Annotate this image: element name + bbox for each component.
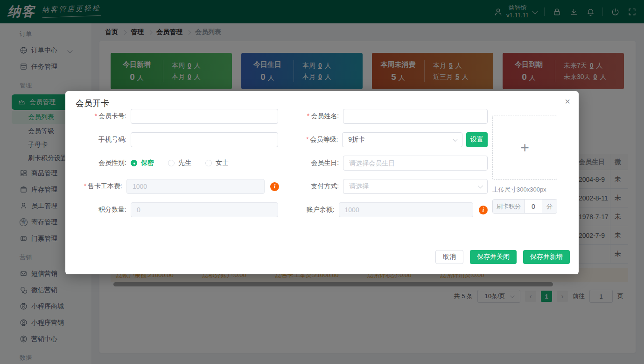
plus-icon: + [520, 140, 529, 155]
swipe-points-unit: 分 [542, 200, 557, 213]
member-level-select[interactable]: 9折卡 [342, 132, 462, 147]
save-and-close-button[interactable]: 保存并关闭 [470, 250, 517, 264]
upload-size-hint: 上传尺寸300x300px [492, 186, 557, 194]
radio-label: 先生 [178, 159, 191, 167]
field-label: 积分数量: [98, 206, 126, 213]
field-label: 手机号码: [98, 136, 126, 143]
field-label: 会员生日: [311, 159, 339, 166]
required-mark: * [95, 112, 97, 120]
member-card-modal: 会员开卡 × *会员卡号: *会员姓名: 手机号码: *会 [65, 91, 579, 274]
field-label: 会员卡号: [98, 112, 126, 120]
field-card-fee: *售卡工本费: i [65, 179, 279, 194]
field-label: 会员性别: [98, 159, 126, 166]
gender-radio-secret[interactable]: 保密 [131, 159, 154, 167]
field-label: 售卡工本费: [88, 182, 122, 190]
field-payment: 支付方式: 请选择 [279, 179, 488, 194]
birthday-input[interactable] [343, 156, 488, 171]
field-phone: 手机号码: [65, 132, 279, 147]
radio-icon [168, 160, 175, 166]
field-label: 账户余额: [307, 206, 335, 213]
radio-icon [131, 160, 137, 166]
field-label: 会员姓名: [311, 112, 339, 120]
swipe-points-value[interactable]: 0 [525, 200, 542, 213]
cancel-button[interactable]: 取消 [435, 250, 463, 264]
swipe-points-group: 刷卡积分 0 分 [492, 199, 557, 214]
info-icon[interactable]: i [270, 182, 279, 191]
modal-title: 会员开卡 [76, 98, 109, 109]
field-name: *会员姓名: [279, 109, 488, 124]
gender-radio-female[interactable]: 女士 [205, 159, 229, 167]
close-icon[interactable]: × [565, 97, 570, 106]
swipe-points-label: 刷卡积分 [493, 200, 525, 213]
radio-icon [205, 160, 212, 166]
avatar-upload-section: + 上传尺寸300x300px 刷卡积分 0 分 [492, 115, 557, 214]
field-gender: 会员性别: 保密 先生 女士 [65, 156, 279, 171]
page: 纳客 纳客管店更轻松 益智馆 v1.11.11 [0, 0, 644, 364]
chevron-down-icon [478, 183, 483, 188]
radio-label: 女士 [216, 159, 229, 167]
level-setting-button[interactable]: 设置 [466, 132, 488, 147]
card-fee-input [126, 179, 265, 194]
field-label: 支付方式: [311, 182, 339, 190]
field-points: 积分数量: [65, 202, 279, 217]
radio-label: 保密 [141, 159, 154, 167]
field-level: *会员等级: 9折卡 设置 [279, 132, 488, 147]
save-and-new-button[interactable]: 保存并新增 [523, 250, 570, 264]
required-mark: * [306, 136, 308, 143]
payment-select[interactable]: 请选择 [343, 179, 488, 194]
phone-input[interactable] [131, 132, 278, 147]
level-selected-value: 9折卡 [348, 136, 452, 144]
points-input [131, 202, 278, 217]
card-no-input[interactable] [131, 109, 278, 124]
required-mark: * [307, 112, 309, 120]
info-icon[interactable]: i [479, 206, 488, 214]
payment-placeholder: 请选择 [349, 182, 478, 191]
field-label: 会员等级: [310, 136, 338, 143]
gender-radio-male[interactable]: 先生 [168, 159, 191, 167]
required-mark: * [84, 182, 86, 190]
field-card-no: *会员卡号: [65, 109, 279, 124]
balance-input [339, 202, 473, 217]
member-name-input[interactable] [343, 109, 488, 124]
modal-footer: 取消 保存并关闭 保存并新增 [435, 250, 570, 264]
avatar-upload-box[interactable]: + [492, 115, 557, 180]
chevron-down-icon [452, 136, 457, 142]
field-birthday: 会员生日: [279, 156, 488, 171]
field-balance: 账户余额: i [279, 202, 488, 217]
